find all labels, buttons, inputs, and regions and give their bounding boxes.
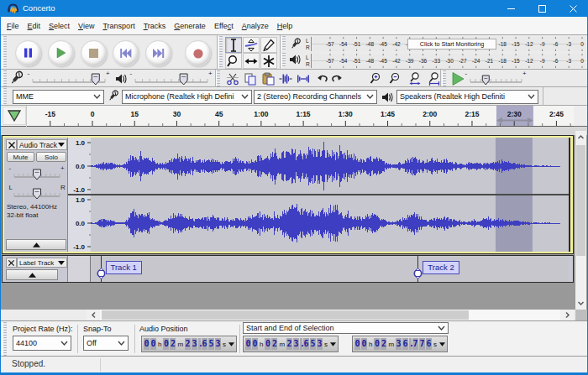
project-rate-combo[interactable]: 44100 <box>13 336 71 351</box>
time-digit[interactable]: 2 <box>286 338 292 350</box>
pan-slider[interactable]: LR <box>8 184 66 201</box>
time-spinner[interactable] <box>330 342 336 346</box>
envelope-tool-button[interactable] <box>243 37 260 53</box>
mixer-toolbar-grabber[interactable] <box>3 70 7 86</box>
cut-button[interactable] <box>223 70 241 86</box>
time-digit[interactable]: 6 <box>202 338 207 350</box>
menu-tracks[interactable]: Tracks <box>144 22 166 30</box>
time-digit[interactable]: 0 <box>265 338 270 350</box>
timeline-ruler[interactable]: -1501530451:001:151:301:452:002:152:302:… <box>1 106 574 127</box>
time-digit[interactable]: 2 <box>271 338 277 350</box>
multi-tool-button[interactable] <box>260 53 277 69</box>
playback-device-combo[interactable]: Speakers (Realtek High Definiti <box>396 90 538 104</box>
audio-track-menu[interactable]: Audio Track <box>17 139 67 150</box>
horizontal-scrollbar[interactable] <box>87 310 574 320</box>
menu-analyze[interactable]: Analyze <box>242 22 269 30</box>
time-digit[interactable]: 7 <box>412 338 418 350</box>
time-digit[interactable]: 6 <box>426 338 432 350</box>
menu-file[interactable]: File <box>7 22 19 30</box>
waveform-left-channel[interactable] <box>91 138 569 195</box>
time-digit[interactable]: 3 <box>317 338 323 350</box>
record-button[interactable] <box>185 40 211 66</box>
menu-edit[interactable]: Edit <box>28 22 41 30</box>
track-collapse-button[interactable] <box>6 239 66 250</box>
play-speed-slider[interactable]: -+ <box>465 70 528 86</box>
mute-button[interactable]: Mute <box>7 152 34 162</box>
menu-help[interactable]: Help <box>277 22 293 30</box>
stop-button[interactable] <box>81 40 107 66</box>
vertical-scroll-thumb[interactable] <box>576 145 585 256</box>
menu-effect[interactable]: Effect <box>214 22 234 30</box>
title-bar[interactable]: Concerto <box>0 0 588 17</box>
playback-meter-grabber[interactable] <box>281 53 286 68</box>
time-spinner[interactable] <box>228 342 234 346</box>
time-digit[interactable]: 2 <box>185 338 191 350</box>
recording-meter-grabber[interactable] <box>281 36 286 51</box>
scroll-down-button[interactable] <box>575 297 586 310</box>
pause-button[interactable] <box>15 40 41 66</box>
time-digit[interactable]: 0 <box>354 338 360 350</box>
time-digit[interactable]: 6 <box>303 338 309 350</box>
skip-start-button[interactable] <box>113 40 139 66</box>
time-digit[interactable]: 2 <box>381 338 386 350</box>
minimize-button[interactable] <box>496 0 527 17</box>
time-spinner[interactable] <box>439 342 445 346</box>
recording-volume-slider[interactable]: -+ <box>27 70 111 86</box>
playback-volume-slider[interactable]: -+ <box>129 70 213 86</box>
zoom-selection-button[interactable] <box>406 70 423 86</box>
label-track-content[interactable]: Track 1Track 2 <box>91 256 569 282</box>
time-digit[interactable]: 0 <box>245 338 251 350</box>
selection-end-field[interactable]: 00h02m36.776s <box>352 336 448 352</box>
label-marker-icon[interactable] <box>413 268 423 279</box>
gain-slider[interactable]: -+ <box>8 164 66 181</box>
label-track-menu[interactable]: Label Track <box>17 258 67 268</box>
time-digit[interactable]: 5 <box>310 338 316 350</box>
recording-channels-combo[interactable]: 2 (Stereo) Recording Channels <box>254 90 377 104</box>
menu-view[interactable]: View <box>78 22 94 30</box>
zoom-in-button[interactable] <box>367 70 385 86</box>
device-toolbar-grabber[interactable] <box>3 88 7 105</box>
timeline-pin-button[interactable] <box>3 107 26 125</box>
timeshift-tool-button[interactable] <box>243 53 260 69</box>
time-digit[interactable]: 3 <box>293 338 299 350</box>
audio-position-field[interactable]: 00h02m23.653s <box>141 336 237 352</box>
label-text[interactable]: Track 1 <box>106 261 142 274</box>
menu-select[interactable]: Select <box>49 22 70 30</box>
menu-transport[interactable]: Transport <box>102 22 134 30</box>
draw-tool-button[interactable] <box>260 37 277 53</box>
recording-meter[interactable]: LR-57-54-51-48-45-42-39-36-33-30-27-24-2… <box>287 36 587 52</box>
time-digit[interactable]: 2 <box>170 338 176 350</box>
maximize-button[interactable] <box>527 0 558 17</box>
scroll-right-button[interactable] <box>560 310 574 320</box>
transport-toolbar-grabber[interactable] <box>3 36 7 69</box>
audio-track-close-button[interactable] <box>6 139 17 150</box>
time-digit[interactable]: 3 <box>215 338 221 350</box>
time-digit[interactable]: 7 <box>419 338 425 350</box>
label-text[interactable]: Track 2 <box>423 261 459 274</box>
scroll-up-button[interactable] <box>575 131 586 143</box>
redo-button[interactable] <box>329 70 344 86</box>
selection-mode-combo[interactable]: Start and End of Selection <box>243 322 449 334</box>
zoom-out-button[interactable] <box>386 70 404 86</box>
audio-host-combo[interactable]: MME <box>13 90 104 104</box>
time-digit[interactable]: 0 <box>150 338 156 350</box>
horizontal-scroll-thumb[interactable] <box>102 310 469 320</box>
scroll-left-button[interactable] <box>87 310 100 320</box>
time-digit[interactable]: 3 <box>192 338 197 350</box>
time-digit[interactable]: 0 <box>374 338 380 350</box>
time-digit[interactable]: 6 <box>402 338 408 350</box>
trim-audio-button[interactable] <box>276 70 294 86</box>
vertical-scrollbar[interactable] <box>575 131 586 310</box>
label-track-collapse-button[interactable] <box>6 269 58 280</box>
time-digit[interactable]: 0 <box>361 338 367 350</box>
paste-button[interactable] <box>259 70 276 86</box>
zoom-fit-button[interactable] <box>425 70 443 86</box>
tools-toolbar-grabber[interactable] <box>218 36 223 69</box>
time-digit[interactable]: 0 <box>144 338 150 350</box>
selection-toolbar-grabber[interactable] <box>3 322 7 356</box>
time-digit[interactable]: 5 <box>208 338 214 350</box>
time-digit[interactable]: 0 <box>252 338 258 350</box>
monitor-overlay[interactable]: Click to Start Monitoring <box>407 39 496 49</box>
undo-button[interactable] <box>315 70 329 86</box>
edit-toolbar-grabber[interactable] <box>216 70 220 86</box>
